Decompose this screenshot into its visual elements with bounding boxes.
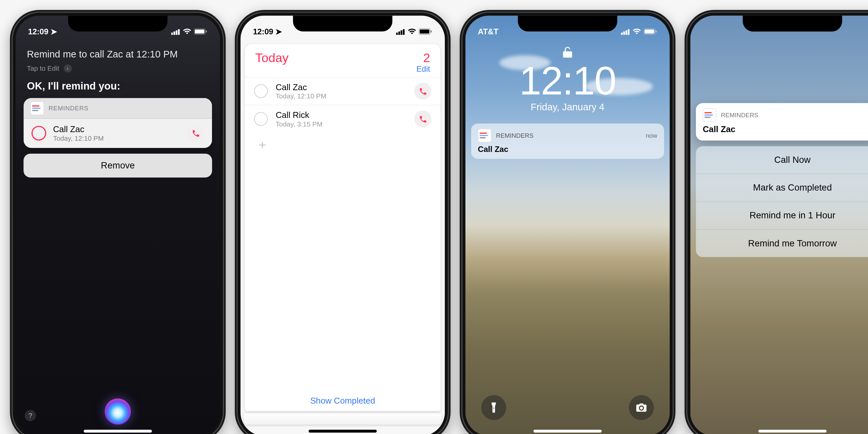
signal-icon	[171, 28, 180, 35]
remind-1h-action[interactable]: Remind me in 1 Hour	[696, 202, 868, 229]
notif-body: Call Zac	[478, 145, 657, 154]
svg-rect-6	[206, 30, 207, 33]
wifi-icon	[407, 28, 417, 35]
notif-body: Call Zac	[696, 124, 868, 141]
siri-orb-icon[interactable]	[105, 398, 131, 425]
reminder-card[interactable]: REMINDERS Call Zac Today, 12:10 PM	[24, 98, 212, 148]
phone-notification-expanded: ✕ REMINDERS ••• Call Zac Call Now Mark a…	[684, 10, 868, 434]
reminder-title: Call Zac	[53, 124, 180, 134]
svg-rect-9	[401, 30, 402, 35]
svg-rect-5	[195, 29, 205, 33]
call-button[interactable]	[414, 110, 432, 127]
edit-button[interactable]: Edit	[416, 64, 430, 74]
list-item[interactable]: Call RickToday, 3:15 PM	[245, 105, 440, 132]
wifi-icon	[183, 28, 192, 35]
remove-button[interactable]: Remove	[24, 154, 212, 177]
phone-siri: 12:09 ➤ Remind me to call Zac at 12:10 P…	[10, 10, 226, 434]
sheet-stack	[244, 413, 442, 425]
notif-app-label: REMINDERS	[496, 132, 533, 139]
phone-lockscreen: AT&T 12:10 Friday, January 4 REMINDERS n…	[460, 10, 676, 434]
reminders-app-icon	[478, 128, 491, 142]
svg-rect-16	[625, 30, 627, 35]
reminder-list: Call ZacToday, 12:10 PM Call RickToday, …	[245, 77, 440, 133]
tap-to-edit[interactable]: Tap to Edit ›	[27, 64, 209, 72]
call-button[interactable]	[414, 83, 432, 100]
reminder-radio[interactable]	[31, 126, 46, 141]
list-title: Today	[255, 51, 288, 66]
svg-rect-20	[656, 30, 657, 33]
wifi-icon	[632, 28, 642, 35]
mark-completed-action[interactable]: Mark as Completed	[696, 174, 868, 201]
notification-actions: Call Now Mark as Completed Remind me in …	[696, 146, 868, 257]
flashlight-button[interactable]	[482, 395, 506, 420]
item-sub: Today, 12:10 PM	[276, 92, 406, 100]
reminder-sub: Today, 12:10 PM	[53, 134, 180, 142]
lock-date: Friday, January 4	[465, 102, 670, 113]
help-button[interactable]: ?	[25, 410, 36, 421]
battery-icon	[194, 28, 207, 35]
item-sub: Today, 3:15 PM	[276, 120, 406, 128]
signal-icon	[396, 28, 405, 35]
notif-app-label: REMINDERS	[721, 112, 758, 119]
battery-icon	[644, 28, 657, 35]
svg-rect-17	[628, 29, 629, 35]
svg-rect-19	[645, 29, 654, 33]
show-completed-button[interactable]: Show Completed	[245, 396, 440, 405]
remind-tomorrow-action[interactable]: Remind me Tomorrow	[696, 229, 868, 257]
reminder-radio[interactable]	[254, 112, 268, 126]
battery-icon	[418, 28, 432, 35]
call-now-action[interactable]: Call Now	[696, 146, 868, 174]
svg-rect-1	[173, 31, 175, 35]
home-indicator[interactable]	[533, 430, 601, 433]
camera-button[interactable]	[629, 395, 654, 420]
location-icon: ➤	[51, 27, 57, 36]
item-title: Call Rick	[276, 110, 406, 120]
notch	[68, 16, 167, 31]
svg-rect-8	[398, 31, 400, 35]
list-item[interactable]: Call ZacToday, 12:10 PM	[245, 77, 440, 105]
lock-time: 12:10	[465, 61, 670, 101]
notification-card[interactable]: REMINDERS now Call Zac	[471, 124, 664, 159]
svg-rect-13	[431, 30, 432, 33]
home-indicator[interactable]	[309, 430, 377, 433]
svg-rect-15	[623, 31, 625, 35]
signal-icon	[621, 28, 630, 35]
add-reminder-button[interactable]: ＋	[245, 133, 440, 157]
status-time: 12:09 ➤	[253, 27, 282, 36]
item-title: Call Zac	[276, 82, 406, 92]
wallpaper-blur: ✕ REMINDERS ••• Call Zac Call Now Mark a…	[690, 16, 868, 434]
svg-rect-14	[621, 32, 623, 35]
siri-reply: OK, I'll remind you:	[27, 80, 209, 92]
unlock-icon	[465, 46, 670, 59]
home-indicator[interactable]	[84, 430, 152, 433]
svg-rect-3	[178, 29, 180, 35]
notification-card[interactable]: REMINDERS ••• Call Zac	[696, 103, 868, 141]
call-button[interactable]	[187, 125, 205, 142]
reminder-radio[interactable]	[254, 84, 268, 98]
svg-rect-7	[396, 32, 398, 35]
phone-reminders: 12:09 ➤ Today 2 Edit Call ZacToday, 12:1…	[235, 10, 451, 434]
list-count: 2	[416, 51, 430, 66]
notif-time: now	[646, 132, 657, 139]
notch	[293, 16, 392, 31]
location-icon: ➤	[275, 27, 282, 36]
home-indicator[interactable]	[758, 430, 827, 433]
reminders-app-icon	[30, 101, 44, 115]
status-time: 12:09 ➤	[28, 27, 57, 36]
notch	[518, 16, 617, 31]
svg-rect-0	[171, 32, 173, 35]
reminder-app-label: REMINDERS	[49, 105, 89, 112]
carrier: AT&T	[478, 27, 498, 36]
svg-rect-12	[420, 29, 429, 33]
reminders-app-icon	[703, 108, 716, 122]
notch	[743, 16, 842, 31]
svg-rect-2	[176, 30, 177, 35]
chevron-right-icon: ›	[64, 64, 72, 72]
siri-query: Remind me to call Zac at 12:10 PM	[27, 49, 209, 61]
svg-rect-10	[403, 29, 404, 35]
reminders-sheet: Today 2 Edit Call ZacToday, 12:10 PM Cal…	[245, 44, 440, 411]
